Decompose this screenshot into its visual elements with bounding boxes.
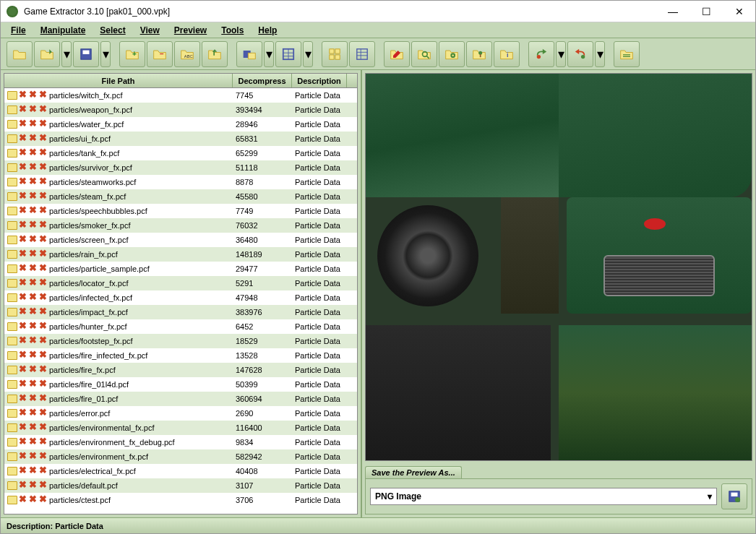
decompress-size: 360694 bbox=[233, 395, 292, 403]
table-row[interactable]: ✖✖✖particles/environmental_fx.pcf116400P… bbox=[4, 421, 357, 435]
table-row[interactable]: ✖✖✖particles/infected_fx.pcf47948Particl… bbox=[4, 290, 357, 305]
table-row[interactable]: ✖✖✖particles/speechbubbles.pcf7749Partic… bbox=[4, 204, 357, 218]
open-dropdown[interactable]: ▾ bbox=[61, 41, 72, 67]
replace-button[interactable] bbox=[236, 41, 262, 67]
x-icon: ✖ bbox=[29, 351, 38, 360]
table-row[interactable]: ✖✖✖particles/particle_sample.pcf29477Par… bbox=[4, 262, 357, 276]
table-row[interactable]: ✖✖✖particles/environment_fx.pcf582942Par… bbox=[4, 449, 357, 464]
x-icon: ✖ bbox=[19, 91, 27, 100]
redo-dropdown[interactable]: ▾ bbox=[556, 41, 566, 67]
redo-button[interactable] bbox=[528, 41, 554, 67]
table-row[interactable]: ✖✖✖particles/fire_01l4d.pcf50399Particle… bbox=[4, 377, 357, 392]
rename-file-button[interactable]: ABC bbox=[174, 41, 200, 67]
settings-button[interactable] bbox=[439, 41, 465, 67]
table-row[interactable]: ✖✖✖particles/weapon_fx.pcf393494Particle… bbox=[4, 103, 357, 117]
x-icon: ✖ bbox=[39, 481, 48, 490]
table-row[interactable]: ✖✖✖particles/ctest.pcf3706Particle Data bbox=[4, 493, 357, 507]
table-row[interactable]: ✖✖✖particles/smoker_fx.pcf76032Particle … bbox=[4, 218, 357, 233]
new-archive-button[interactable] bbox=[7, 41, 33, 67]
table-row[interactable]: ✖✖✖particles/tank_fx.pcf65299Particle Da… bbox=[4, 146, 357, 160]
table-row[interactable]: ✖✖✖particles/electrical_fx.pcf40408Parti… bbox=[4, 464, 357, 478]
table-row[interactable]: ✖✖✖particles/steamworks.pcf8878Particle … bbox=[4, 175, 357, 189]
file-description: Particle Data bbox=[292, 91, 347, 100]
save-archive-button[interactable] bbox=[73, 41, 99, 67]
table-row[interactable]: ✖✖✖particles/fire_01.pcf360694Particle D… bbox=[4, 392, 357, 406]
table-row[interactable]: ✖✖✖particles/witch_fx.pcf7745Particle Da… bbox=[4, 88, 357, 103]
extract-button[interactable] bbox=[202, 41, 228, 67]
folder-icon bbox=[7, 496, 17, 504]
file-path: particles/steam_fx.pcf bbox=[49, 192, 126, 201]
undo-button[interactable] bbox=[567, 41, 593, 67]
menu-file[interactable]: File bbox=[4, 24, 33, 37]
thumb-view-button[interactable] bbox=[322, 41, 348, 67]
toolbar: ▾ ▾ + − ABC ▾ ▾ i ▾ ▾ bbox=[1, 38, 755, 70]
replace-dropdown[interactable]: ▾ bbox=[264, 41, 274, 67]
x-icon: ✖ bbox=[39, 134, 48, 143]
add-file-button[interactable]: + bbox=[119, 41, 145, 67]
table-row[interactable]: ✖✖✖particles/error.pcf2690Particle Data bbox=[4, 406, 357, 421]
x-icon: ✖ bbox=[39, 351, 48, 360]
menu-view[interactable]: View bbox=[133, 24, 167, 37]
x-icon: ✖ bbox=[29, 134, 38, 143]
table-row[interactable]: ✖✖✖particles/screen_fx.pcf36480Particle … bbox=[4, 233, 357, 247]
menu-select[interactable]: Select bbox=[93, 24, 132, 37]
save-dropdown[interactable]: ▾ bbox=[100, 41, 111, 67]
list-view-button[interactable] bbox=[349, 41, 375, 67]
table-row[interactable]: ✖✖✖particles/default.pcf3107Particle Dat… bbox=[4, 478, 357, 493]
table-row[interactable]: ✖✖✖particles/water_fx.pcf28946Particle D… bbox=[4, 117, 357, 132]
table-row[interactable]: ✖✖✖particles/ui_fx.pcf65831Particle Data bbox=[4, 132, 357, 146]
table-row[interactable]: ✖✖✖particles/steam_fx.pcf45580Particle D… bbox=[4, 189, 357, 204]
table-row[interactable]: ✖✖✖particles/footstep_fx.pcf18529Particl… bbox=[4, 334, 357, 348]
table-row[interactable]: ✖✖✖particles/impact_fx.pcf383976Particle… bbox=[4, 305, 357, 319]
table-row[interactable]: ✖✖✖particles/hunter_fx.pcf6452Particle D… bbox=[4, 319, 357, 334]
x-icon: ✖ bbox=[39, 308, 48, 316]
x-icon: ✖ bbox=[19, 481, 27, 490]
folder-icon bbox=[7, 221, 17, 230]
file-description: Particle Data bbox=[292, 322, 347, 331]
maximize-button[interactable]: ☐ bbox=[696, 4, 716, 19]
table-row[interactable]: ✖✖✖particles/survivor_fx.pcf51118Particl… bbox=[4, 160, 357, 175]
x-icon: ✖ bbox=[29, 279, 38, 288]
save-preview-button[interactable] bbox=[721, 483, 747, 509]
info-button[interactable]: i bbox=[494, 41, 520, 67]
edit-button[interactable] bbox=[384, 41, 410, 67]
column-header-description[interactable]: Description bbox=[292, 74, 347, 87]
table-view-button[interactable] bbox=[275, 41, 301, 67]
remove-file-button[interactable]: − bbox=[147, 41, 173, 67]
tree-button[interactable] bbox=[466, 41, 492, 67]
file-path: particles/screen_fx.pcf bbox=[49, 236, 128, 244]
script-button[interactable] bbox=[614, 41, 640, 67]
file-path: particles/error.pcf bbox=[49, 409, 110, 418]
column-header-decompress[interactable]: Decompress bbox=[233, 74, 292, 87]
x-icon: ✖ bbox=[39, 380, 48, 389]
table-row[interactable]: ✖✖✖particles/fire_infected_fx.pcf13528Pa… bbox=[4, 348, 357, 363]
x-icon: ✖ bbox=[19, 423, 27, 432]
table-row[interactable]: ✖✖✖particles/fire_fx.pcf147628Particle D… bbox=[4, 363, 357, 377]
search-button[interactable] bbox=[411, 41, 437, 67]
x-icon: ✖ bbox=[39, 120, 48, 129]
folder-icon bbox=[7, 293, 17, 302]
decompress-size: 36480 bbox=[233, 236, 292, 244]
table-row[interactable]: ✖✖✖particles/environment_fx_debug.pcf983… bbox=[4, 435, 357, 449]
menu-tools[interactable]: Tools bbox=[214, 24, 251, 37]
x-icon: ✖ bbox=[19, 452, 27, 461]
decompress-size: 28946 bbox=[233, 120, 292, 129]
open-archive-button[interactable] bbox=[34, 41, 60, 67]
file-description: Particle Data bbox=[292, 452, 347, 461]
view-dropdown[interactable]: ▾ bbox=[303, 41, 313, 67]
undo-dropdown[interactable]: ▾ bbox=[595, 41, 605, 67]
table-body[interactable]: ✖✖✖particles/witch_fx.pcf7745Particle Da… bbox=[4, 88, 357, 514]
save-preview-tab[interactable]: Save the Preview As... bbox=[365, 466, 462, 478]
x-icon: ✖ bbox=[39, 337, 48, 345]
svg-point-31 bbox=[735, 497, 740, 502]
table-row[interactable]: ✖✖✖particles/locator_fx.pcf5291Particle … bbox=[4, 276, 357, 290]
column-header-path[interactable]: File Path bbox=[4, 74, 233, 87]
menu-manipulate[interactable]: Manipulate bbox=[33, 24, 93, 37]
menu-preview[interactable]: Preview bbox=[167, 24, 214, 37]
format-select[interactable]: PNG Image ▾ bbox=[370, 488, 717, 505]
minimize-button[interactable]: — bbox=[663, 4, 683, 19]
table-row[interactable]: ✖✖✖particles/rain_fx.pcf148189Particle D… bbox=[4, 247, 357, 262]
preview-viewport[interactable] bbox=[365, 73, 752, 461]
menu-help[interactable]: Help bbox=[251, 24, 284, 37]
close-button[interactable]: ✕ bbox=[729, 4, 749, 19]
